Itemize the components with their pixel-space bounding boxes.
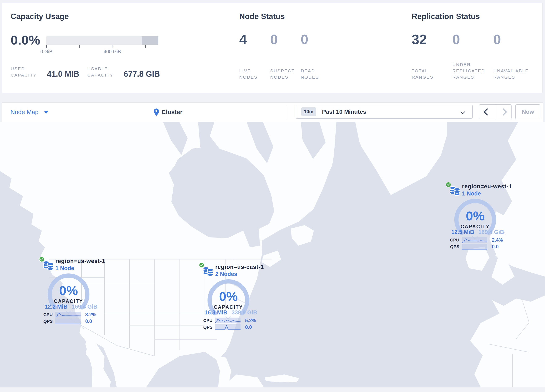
cluster-overview-page: Capacity Usage 0.0% 0 GiB400 GiB USED CA…	[0, 0, 545, 392]
used-capacity-label: USED CAPACITY	[11, 66, 39, 78]
toolbar-divider	[286, 106, 286, 119]
chevron-left-icon	[483, 108, 491, 115]
time-window-badge: 10m	[301, 107, 316, 116]
region-label: region=eu-west-1	[462, 183, 512, 190]
view-selector-label: Node Map	[10, 109, 38, 116]
capacity-bar-tick-label: 400 GiB	[104, 49, 121, 55]
qps-metric-row: QPS 0.0	[37, 318, 104, 324]
live-nodes-value: 4	[239, 32, 270, 47]
capacity-percent-value: 0.0%	[11, 33, 40, 47]
region-label: region=us-east-1	[215, 264, 264, 270]
cpu-metric-row: CPU 3.2%	[37, 311, 104, 318]
cpu-value: 2.4%	[492, 237, 503, 243]
used-capacity-value: 12.5 MiB	[449, 229, 474, 235]
unavailable-ranges-value: 0	[493, 32, 535, 47]
cpu-label: CPU	[444, 237, 459, 243]
total-ranges-value: 32	[412, 32, 452, 47]
map-toolbar: Node Map Cluster 10m Past 10 Minutes Now	[2, 102, 543, 122]
qps-label: QPS	[197, 325, 212, 330]
dead-nodes-value: 0	[301, 32, 332, 47]
usable-capacity-value: 338.9 GiB	[232, 309, 259, 316]
used-capacity-value: 41.0 MiB	[47, 70, 79, 79]
capacity-bar: 0 GiB400 GiB	[46, 36, 158, 54]
suspect-nodes-value: 0	[270, 32, 301, 47]
total-ranges-label: TOTAL RANGES	[412, 68, 437, 80]
capacity-percent: 0%	[203, 289, 254, 304]
qps-value: 0.0	[85, 319, 92, 324]
capacity-bar-tick	[145, 45, 146, 48]
capacity-bar-track	[46, 36, 158, 45]
usable-capacity-value: 169.4 GiB	[72, 304, 99, 310]
qps-label: QPS	[444, 244, 459, 249]
capacity-percent: 0%	[43, 283, 94, 298]
total-ranges-stat: 32 TOTAL RANGES	[412, 32, 452, 80]
capacity-bar-tick-labels: 0 GiB400 GiB	[46, 48, 158, 54]
under-replicated-ranges-label: UNDER-REPLICATED RANGES	[452, 62, 488, 80]
cpu-metric-row: CPU 2.4%	[444, 237, 511, 243]
capacity-caption: CAPACITY	[43, 299, 94, 304]
region-label: region=us-west-1	[55, 258, 105, 264]
view-selector-dropdown[interactable]: Node Map	[10, 103, 49, 122]
used-capacity-stat: USED CAPACITY 41.0 MiB	[11, 66, 79, 78]
breadcrumb[interactable]: Cluster	[154, 103, 182, 122]
map-pin-icon	[154, 108, 159, 116]
capacity-caption: CAPACITY	[203, 305, 254, 310]
capacity-values: 16.3 MiB 338.9 GiB	[202, 309, 259, 316]
chevron-down-icon	[460, 110, 465, 114]
cpu-sparkline	[55, 311, 81, 318]
qps-sparkline	[215, 324, 241, 330]
capacity-percent: 0%	[450, 208, 500, 223]
capacity-bar-tick	[46, 45, 47, 48]
node-status-title: Node Status	[239, 12, 285, 21]
dead-nodes-stat: 0 DEAD NODES	[301, 32, 332, 80]
cpu-value: 3.2%	[85, 312, 96, 317]
used-capacity-value: 16.3 MiB	[202, 309, 227, 316]
under-replicated-ranges-stat: 0 UNDER-REPLICATED RANGES	[452, 32, 493, 80]
replication-status-stats: 32 TOTAL RANGES 0 UNDER-REPLICATED RANGE…	[412, 32, 535, 80]
world-map	[0, 122, 545, 387]
qps-value: 0.0	[245, 324, 252, 330]
live-nodes-label: LIVE NODES	[239, 68, 262, 80]
usable-capacity-value: 677.8 GiB	[124, 70, 160, 79]
qps-label: QPS	[37, 319, 53, 324]
usable-capacity-value: 169.4 GiB	[478, 229, 506, 235]
now-button[interactable]: Now	[515, 104, 540, 119]
cpu-sparkline	[462, 237, 487, 243]
qps-sparkline	[55, 318, 81, 324]
capacity-bar-tick	[112, 45, 112, 48]
cpu-value: 5.2%	[245, 318, 256, 324]
capacity-bar-tick	[79, 45, 80, 48]
under-replicated-ranges-value: 0	[452, 32, 493, 47]
capacity-usage-title: Capacity Usage	[11, 12, 69, 21]
capacity-bar-reserved-segment	[142, 36, 158, 45]
usable-capacity-label: USABLE CAPACITY	[87, 66, 115, 78]
qps-metric-row: QPS 0.0	[197, 324, 264, 330]
node-status-stats: 4 LIVE NODES 0 SUSPECT NODES 0 DEAD NODE…	[239, 32, 332, 80]
usable-capacity-stat: USABLE CAPACITY 677.8 GiB	[87, 66, 160, 78]
capacity-bar-tick-label: 0 GiB	[40, 49, 52, 55]
chevron-right-icon	[499, 108, 507, 115]
node-map[interactable]	[0, 122, 545, 387]
suspect-nodes-stat: 0 SUSPECT NODES	[270, 32, 301, 80]
time-step-arrows	[479, 104, 512, 119]
cpu-metric-row: CPU 5.2%	[197, 317, 264, 324]
capacity-values: 12.5 MiB 169.4 GiB	[449, 229, 506, 235]
capacity-values: 12.2 MiB 169.4 GiB	[43, 304, 99, 310]
triangle-down-icon	[44, 111, 49, 114]
suspect-nodes-label: SUSPECT NODES	[270, 68, 297, 80]
live-nodes-stat: 4 LIVE NODES	[239, 32, 270, 80]
replication-status-title: Replication Status	[412, 12, 480, 21]
page-bottom-strip	[0, 387, 545, 392]
prev-time-button[interactable]	[479, 105, 495, 119]
cpu-label: CPU	[197, 318, 212, 323]
qps-sparkline	[462, 243, 487, 250]
time-window-label: Past 10 Minutes	[322, 108, 366, 115]
time-range-dropdown[interactable]: 10m Past 10 Minutes	[296, 105, 473, 119]
cpu-sparkline	[215, 317, 241, 324]
dead-nodes-label: DEAD NODES	[301, 68, 324, 80]
qps-value: 0.0	[492, 244, 499, 250]
breadcrumb-label: Cluster	[161, 109, 182, 116]
capacity-caption: CAPACITY	[450, 224, 500, 230]
used-capacity-value: 12.2 MiB	[43, 304, 68, 310]
next-time-button[interactable]	[495, 105, 511, 119]
